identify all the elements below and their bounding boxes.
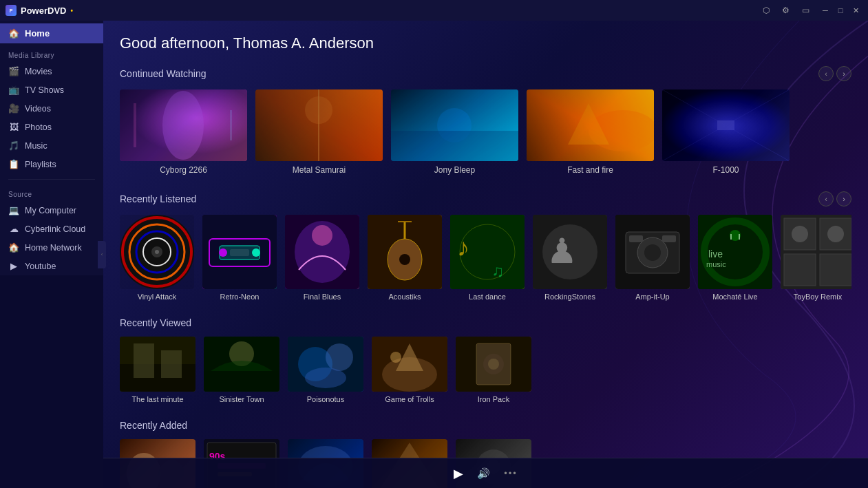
list-item[interactable]: ToyBoy Remix [781,215,851,301]
svg-point-34 [312,225,332,246]
list-item[interactable]: Sinister Town [204,337,279,403]
card-title: The last minute [120,395,195,403]
videos-icon: 🎥 [8,103,19,114]
sidebar-item-homenetwork[interactable]: 🏠 Home Network [0,238,103,257]
title-bar-left: P PowerDVD • [6,5,73,16]
recently-viewed-header: Recently Viewed [120,317,851,328]
list-item[interactable]: F-1000 [662,89,790,175]
svg-point-37 [399,254,410,265]
list-item[interactable]: live music Mochaté Live [698,215,772,301]
list-item[interactable]: Metal Samurai [255,89,383,175]
list-item[interactable]: The last minute [120,337,195,403]
svg-rect-3 [230,110,232,140]
list-item[interactable]: ♟ RockingStones [533,215,607,301]
thumb-f1000 [662,89,790,161]
continued-watching-section: Continued Watching ‹ › [120,66,851,175]
recently-viewed-row: The last minute Sinister Town [120,337,851,403]
sidebar-item-videos[interactable]: 🎥 Videos [0,99,103,118]
volume-button[interactable]: 🔊 [477,467,490,480]
card-title: Cyborg 2266 [120,165,247,175]
list-item[interactable]: Final Blues [285,215,359,301]
svg-point-50 [637,237,668,268]
svg-rect-42 [450,215,525,289]
thumb-metalsamurai [255,89,383,161]
cw-prev-button[interactable]: ‹ [818,66,834,81]
rl-next-button[interactable]: › [836,191,851,206]
svg-point-36 [388,239,422,280]
sidebar-item-mycomputer[interactable]: 💻 My Computer [0,201,103,220]
list-item[interactable]: Fast and fire [527,89,654,175]
svg-point-46 [542,224,597,279]
svg-rect-28 [220,246,260,259]
svg-point-64 [792,226,808,242]
list-item[interactable]: Iron Pack [456,337,531,403]
cw-next-button[interactable]: › [836,66,851,81]
sidebar-collapse-button[interactable]: ‹ [98,241,106,268]
sidebar-item-youtube[interactable]: ▶ Youtube [0,257,103,275]
svg-point-51 [644,244,661,261]
svg-rect-49 [626,232,679,273]
list-item[interactable]: ♪ ♫ Last dance [450,215,525,301]
sidebar-home-item[interactable]: 🏠 Home [0,23,103,43]
card-title: RockingStones [533,293,607,301]
more-button[interactable]: ••• [504,468,518,478]
thumb-gametrolls [372,337,447,392]
card-title: Jony Bleep [391,165,518,175]
thumb-jonybleep [391,89,518,161]
sidebar-item-cyberlink[interactable]: ☁ Cyberlink Cloud [0,220,103,238]
recently-listened-row: Vinyl Attack Retro-Neon [120,215,851,301]
rl-prev-button[interactable]: ‹ [818,191,834,206]
list-item[interactable]: Jony Bleep [391,89,518,175]
svg-rect-63 [820,254,851,286]
thumb-fastfire [527,89,654,161]
svg-rect-40 [450,215,525,289]
list-item[interactable]: Poisonotus [288,337,363,403]
network-icon: 🏠 [8,242,19,253]
tvshows-icon: 📺 [8,85,19,95]
svg-rect-74 [204,337,279,392]
svg-point-33 [295,221,350,283]
sidebar-item-music[interactable]: 🎵 Music [0,136,103,155]
svg-rect-45 [533,215,607,289]
playlists-label: Playlists [25,160,56,169]
svg-point-84 [390,352,401,363]
svg-point-20 [123,218,191,286]
svg-point-24 [151,246,162,257]
share-icon[interactable]: ⬡ [759,4,773,17]
list-item[interactable]: Amp-it-Up [615,215,690,301]
list-item[interactable]: Vinyl Attack [120,215,194,301]
sidebar-item-tvshows[interactable]: 📺 TV Shows [0,81,103,99]
svg-point-19 [120,215,194,289]
recently-listened-nav: ‹ › [818,191,851,206]
thumb-retroneon [202,215,277,289]
display-icon[interactable]: ▭ [798,4,813,17]
close-button[interactable]: ✕ [849,3,862,17]
thumb-ampitup [615,215,690,289]
svg-line-15 [662,89,726,125]
recently-listened-title: Recently Listened [120,193,196,204]
svg-point-88 [488,359,499,370]
sidebar-item-movies[interactable]: 🎬 Movies [0,62,103,81]
list-item[interactable]: Game of Trolls [372,337,447,403]
list-item[interactable]: Retro-Neon [202,215,277,301]
svg-rect-86 [476,343,511,385]
app-body: 🏠 Home Media Library 🎬 Movies 📺 TV Shows… [0,21,868,488]
svg-rect-73 [161,350,182,378]
card-title: ToyBoy Remix [781,293,851,301]
sidebar-item-playlists[interactable]: 📋 Playlists [0,155,103,173]
videos-label: Videos [25,104,51,114]
play-button[interactable]: ▶ [454,466,463,481]
maximize-button[interactable]: □ [834,3,847,17]
card-title: Amp-it-Up [615,293,690,301]
svg-rect-85 [456,337,531,392]
settings-icon[interactable]: ⚙ [779,4,793,17]
list-item[interactable]: Cyborg 2266 [120,89,247,175]
minimize-button[interactable]: ─ [818,3,832,17]
list-item[interactable]: Acoustiks [368,215,442,301]
thumb-finalblues [285,215,359,289]
movies-icon: 🎬 [8,66,19,76]
tvshows-label: TV Shows [25,85,64,95]
sidebar-item-photos[interactable]: 🖼 Photos [0,118,103,136]
card-title: Final Blues [285,293,359,301]
svg-point-78 [298,347,332,381]
